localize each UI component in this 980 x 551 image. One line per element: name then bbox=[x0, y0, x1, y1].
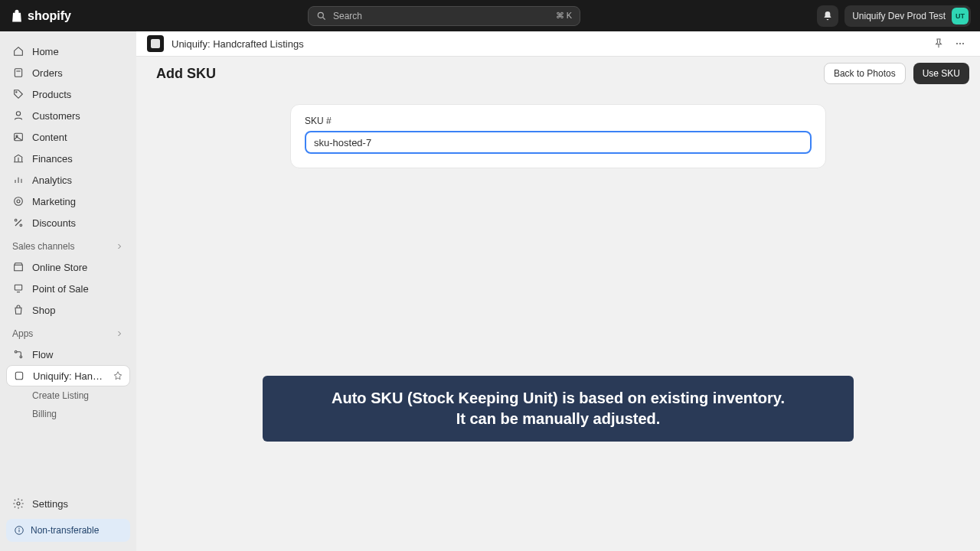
orders-icon bbox=[12, 67, 24, 79]
sales-channels-header[interactable]: Sales channels bbox=[6, 233, 130, 256]
svg-point-21 bbox=[17, 502, 20, 505]
app-uniquify-icon bbox=[13, 370, 25, 382]
svg-point-14 bbox=[15, 219, 17, 221]
user-store-label: Uniquify Dev Prod Test bbox=[852, 11, 946, 21]
sidebar-settings[interactable]: Settings bbox=[6, 493, 130, 514]
bell-icon bbox=[822, 10, 834, 22]
search-placeholder: Search bbox=[333, 11, 550, 21]
svg-point-12 bbox=[17, 200, 20, 203]
svg-line-1 bbox=[323, 17, 325, 19]
sidebar-item-home[interactable]: Home bbox=[6, 41, 130, 62]
svg-point-7 bbox=[16, 135, 18, 137]
percent-icon bbox=[12, 217, 24, 229]
search-shortcut: ⌘ K bbox=[556, 11, 572, 21]
svg-point-15 bbox=[20, 224, 22, 227]
search-icon bbox=[316, 11, 327, 21]
sku-input[interactable] bbox=[305, 131, 812, 154]
svg-rect-2 bbox=[15, 69, 21, 77]
topbar-right: Uniquify Dev Prod Test UT bbox=[817, 5, 971, 27]
user-menu-button[interactable]: Uniquify Dev Prod Test UT bbox=[844, 5, 971, 27]
chevron-right-icon bbox=[115, 329, 124, 338]
sidebar-item-products[interactable]: Products bbox=[6, 83, 130, 105]
app-icon bbox=[147, 35, 164, 52]
banner-line-2: It can be manually adjusted. bbox=[281, 409, 835, 429]
svg-line-13 bbox=[15, 220, 21, 226]
svg-point-18 bbox=[15, 350, 17, 353]
pin-icon[interactable] bbox=[113, 370, 123, 381]
gear-icon bbox=[12, 497, 24, 510]
avatar: UT bbox=[952, 8, 969, 24]
sidebar-item-customers[interactable]: Customers bbox=[6, 105, 130, 126]
app-name: Uniquify: Handcrafted Listings bbox=[172, 38, 925, 50]
more-icon[interactable] bbox=[954, 37, 966, 50]
person-icon bbox=[12, 109, 24, 122]
store-icon bbox=[12, 261, 24, 273]
chevron-right-icon bbox=[115, 242, 124, 251]
search-wrap: Search ⌘ K bbox=[80, 6, 808, 26]
chart-icon bbox=[12, 174, 24, 186]
top-bar: shopify Search ⌘ K Uniquify Dev Prod Tes… bbox=[0, 0, 980, 31]
non-transferable-badge[interactable]: Non-transferable bbox=[6, 519, 130, 542]
sidebar-channel-online-store[interactable]: Online Store bbox=[6, 256, 130, 278]
svg-point-11 bbox=[15, 197, 23, 206]
image-icon bbox=[12, 131, 24, 143]
sidebar-item-marketing[interactable]: Marketing bbox=[6, 191, 130, 212]
sidebar-item-discounts[interactable]: Discounts bbox=[6, 212, 130, 233]
notifications-button[interactable] bbox=[817, 5, 838, 27]
pos-icon bbox=[12, 282, 24, 295]
page-title: Add SKU bbox=[147, 66, 824, 82]
sidebar-channel-shop[interactable]: Shop bbox=[6, 299, 130, 321]
target-icon bbox=[12, 195, 24, 207]
back-to-photos-button[interactable]: Back to Photos bbox=[824, 63, 906, 84]
sidebar-item-content[interactable]: Content bbox=[6, 126, 130, 148]
info-banner: Auto SKU (Stock Keeping Unit) is based o… bbox=[263, 376, 854, 442]
sidebar-sub-billing[interactable]: Billing bbox=[6, 405, 130, 423]
info-icon bbox=[14, 525, 24, 536]
sidebar-channel-pos[interactable]: Point of Sale bbox=[6, 278, 130, 299]
shopify-bag-icon bbox=[9, 8, 24, 24]
pin-icon[interactable] bbox=[933, 37, 945, 50]
svg-rect-20 bbox=[15, 372, 22, 379]
shopify-logo[interactable]: shopify bbox=[9, 8, 71, 24]
main-content: Uniquify: Handcrafted Listings Add SKU B… bbox=[136, 31, 980, 551]
svg-point-24 bbox=[18, 528, 19, 529]
global-search[interactable]: Search ⌘ K bbox=[308, 6, 580, 26]
sidebar-item-analytics[interactable]: Analytics bbox=[6, 169, 130, 191]
app-header: Uniquify: Handcrafted Listings bbox=[136, 31, 980, 57]
sidebar: Home Orders Products Customers Content F… bbox=[0, 31, 136, 551]
sidebar-sub-create-listing[interactable]: Create Listing bbox=[6, 386, 130, 405]
sku-card: SKU # bbox=[290, 104, 826, 168]
sidebar-item-finances[interactable]: Finances bbox=[6, 148, 130, 169]
svg-point-5 bbox=[16, 112, 20, 116]
sku-field-label: SKU # bbox=[305, 116, 812, 126]
flow-icon bbox=[12, 348, 24, 360]
svg-point-26 bbox=[959, 43, 961, 44]
apps-header[interactable]: Apps bbox=[6, 321, 130, 344]
svg-point-25 bbox=[956, 43, 958, 44]
home-icon bbox=[12, 45, 24, 57]
bank-icon bbox=[12, 152, 24, 165]
sidebar-app-uniquify[interactable]: Uniquify: Handcrafte... bbox=[6, 365, 130, 386]
svg-point-27 bbox=[962, 43, 964, 44]
use-sku-button[interactable]: Use SKU bbox=[913, 63, 969, 84]
sidebar-app-flow[interactable]: Flow bbox=[6, 344, 130, 365]
tag-icon bbox=[12, 88, 24, 100]
shopbag-icon bbox=[12, 304, 24, 316]
svg-point-19 bbox=[20, 356, 22, 358]
banner-line-1: Auto SKU (Stock Keeping Unit) is based o… bbox=[281, 388, 835, 409]
sidebar-item-orders[interactable]: Orders bbox=[6, 62, 130, 83]
svg-rect-16 bbox=[15, 285, 21, 290]
page-titlebar: Add SKU Back to Photos Use SKU bbox=[136, 57, 980, 90]
svg-point-0 bbox=[318, 12, 323, 18]
logo-text: shopify bbox=[28, 9, 71, 23]
svg-point-4 bbox=[16, 92, 17, 93]
